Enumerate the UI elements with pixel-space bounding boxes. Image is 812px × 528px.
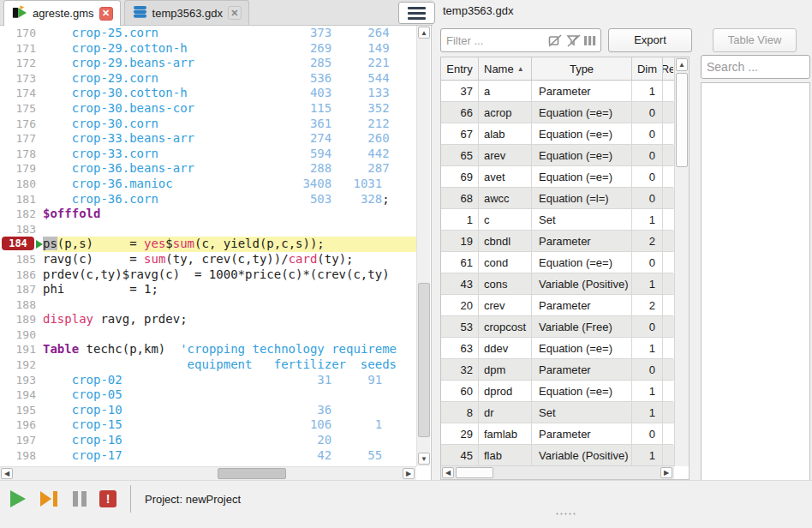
code-text[interactable]: $offfold	[43, 207, 416, 222]
code-line[interactable]: 196 crop-15 106 1	[0, 417, 416, 433]
code-text[interactable]: ravg(c) = sum(ty, crev(c,ty))/card(ty);	[43, 252, 416, 267]
entry-cell[interactable]: 37	[441, 81, 479, 102]
dim-cell[interactable]: 0	[632, 102, 663, 123]
line-number[interactable]: 191	[0, 342, 43, 357]
search-input[interactable]	[702, 56, 803, 78]
hamburger-menu-icon[interactable]	[398, 2, 435, 24]
type-cell[interactable]: Parameter	[532, 81, 632, 102]
type-cell[interactable]: Equation (=l=)	[532, 188, 632, 209]
dim-cell[interactable]: 1	[632, 338, 663, 359]
entry-cell[interactable]: 1	[441, 209, 479, 231]
line-number[interactable]: 177	[0, 131, 43, 147]
type-cell[interactable]: Equation (=e=)	[532, 338, 632, 359]
entry-cell[interactable]: 32	[441, 359, 479, 381]
table-horizontal-scrollbar[interactable]: ◀ ▶	[441, 465, 674, 479]
type-cell[interactable]: Equation (=e=)	[532, 145, 632, 166]
scroll-up-icon[interactable]: ▲	[418, 27, 430, 39]
entry-cell[interactable]: 63	[441, 338, 479, 359]
name-cell[interactable]: awcc	[479, 188, 532, 209]
code-text[interactable]: crop-36.corn 503 328;	[43, 192, 416, 207]
line-number[interactable]: 173	[0, 71, 43, 87]
code-line[interactable]: 171 crop-29.cotton-h 269 149	[0, 41, 416, 57]
table-row[interactable]: 20crevParameter2	[441, 295, 674, 316]
name-cell[interactable]: dr	[479, 402, 532, 423]
table-view-button[interactable]: Table View	[713, 28, 797, 52]
entry-cell[interactable]: 8	[441, 402, 479, 423]
dim-cell[interactable]: 0	[632, 359, 663, 381]
type-cell[interactable]: Equation (=e=)	[532, 166, 632, 188]
name-cell[interactable]: acrop	[479, 102, 532, 123]
code-line[interactable]: 173 crop-29.corn 536 544	[0, 71, 416, 87]
scroll-right-icon[interactable]: ▶	[660, 467, 672, 478]
table-row[interactable]: 69avetEquation (=e=)0	[441, 166, 674, 188]
dim-cell[interactable]: 1	[632, 381, 663, 402]
code-line[interactable]: 186prdev(c,ty)$ravg(c) = 1000*price(c)*(…	[0, 267, 416, 283]
code-text[interactable]: equipment fertilizer seeds	[43, 357, 416, 373]
code-line[interactable]: 176 crop-30.corn 361 212	[0, 117, 416, 132]
table-vertical-scrollbar[interactable]: ▲	[674, 57, 689, 466]
code-line[interactable]: 179 crop-36.beans-arr 288 287	[0, 161, 416, 177]
code-line[interactable]: 172 crop-29.beans-arr 285 221	[0, 56, 416, 71]
code-line[interactable]: 177 crop-33.beans-arr 274 260	[0, 131, 416, 147]
table-row[interactable]: 53cropcostVariable (Free)0	[441, 316, 674, 338]
close-tab-icon[interactable]: ✕	[99, 7, 113, 21]
code-text[interactable]: crop-36.beans-arr 288 287	[43, 161, 416, 177]
code-text[interactable]: crop-16 20	[43, 433, 416, 448]
scrollbar-thumb[interactable]	[418, 283, 430, 437]
code-line[interactable]: 180 crop-36.manioc 3408 1031	[0, 177, 416, 192]
type-cell[interactable]: Variable (Free)	[532, 316, 632, 338]
line-number[interactable]: 181	[0, 192, 43, 207]
scrollbar-thumb[interactable]	[456, 467, 493, 478]
dim-cell[interactable]: 0	[632, 316, 663, 338]
code-editor-panel[interactable]: 170 crop-25.corn 373 264171 crop-29.cott…	[0, 26, 432, 480]
compile-run-icon[interactable]	[39, 490, 60, 507]
columns-icon[interactable]	[584, 33, 596, 48]
rec-cell[interactable]	[663, 81, 673, 102]
code-line[interactable]: 194 crop-05	[0, 387, 416, 403]
rec-cell[interactable]	[663, 381, 673, 402]
code-line[interactable]: 184ps(p,s) = yes$sum(c, yield(p,c,s));	[0, 237, 416, 252]
rec-cell[interactable]	[663, 102, 673, 123]
code-line[interactable]: 189display ravg, prdev;	[0, 312, 416, 327]
clear-filter-icon[interactable]	[548, 33, 563, 48]
code-line[interactable]: 183	[0, 222, 416, 237]
close-tab-icon[interactable]: ✕	[228, 6, 242, 20]
table-row[interactable]: 65arevEquation (=e=)0	[441, 145, 674, 166]
line-number[interactable]: 175	[0, 101, 43, 117]
table-row[interactable]: 19cbndlParameter2	[441, 231, 674, 252]
code-text[interactable]: crop-17 42 55	[43, 448, 416, 464]
column-header-type[interactable]: Type	[532, 57, 632, 80]
code-line[interactable]: 190	[0, 327, 416, 343]
name-cell[interactable]: dpm	[479, 359, 532, 381]
line-number[interactable]: 187	[0, 282, 43, 297]
entry-cell[interactable]: 45	[441, 445, 479, 466]
code-line[interactable]: 187phi = 1;	[0, 282, 416, 297]
dim-cell[interactable]: 1	[632, 81, 663, 102]
code-text[interactable]: Table techc(p,km) 'cropping technology r…	[43, 342, 416, 357]
table-row[interactable]: 45flabVariable (Positive)1	[441, 445, 674, 466]
name-cell[interactable]: ddev	[479, 338, 532, 359]
code-text[interactable]: crop-25.corn 373 264	[43, 26, 416, 41]
code-text[interactable]	[43, 222, 416, 237]
code-text[interactable]: crop-30.cotton-h 403 133	[43, 86, 416, 101]
dim-cell[interactable]: 0	[632, 145, 663, 166]
scroll-up-icon[interactable]: ▲	[676, 58, 688, 71]
entry-cell[interactable]: 20	[441, 295, 479, 316]
code-line[interactable]: 197 crop-16 20	[0, 433, 416, 448]
entry-cell[interactable]: 60	[441, 381, 479, 402]
rec-cell[interactable]	[663, 231, 673, 252]
entry-cell[interactable]: 65	[441, 145, 479, 166]
interrupt-icon[interactable]: !	[99, 490, 116, 507]
code-lines[interactable]: 170 crop-25.corn 373 264171 crop-29.cott…	[0, 26, 416, 466]
line-number[interactable]: 179	[0, 161, 43, 177]
rec-cell[interactable]	[663, 445, 673, 466]
name-cell[interactable]: cbndl	[479, 231, 532, 252]
rec-cell[interactable]	[663, 123, 673, 145]
type-cell[interactable]: Parameter	[532, 423, 632, 445]
dim-cell[interactable]: 0	[632, 188, 663, 209]
line-number[interactable]: 194	[0, 387, 43, 403]
name-cell[interactable]: alab	[479, 123, 532, 145]
code-text[interactable]: crop-29.beans-arr 285 221	[43, 56, 416, 71]
type-cell[interactable]: Variable (Positive)	[532, 445, 632, 466]
type-cell[interactable]: Set	[532, 402, 632, 423]
